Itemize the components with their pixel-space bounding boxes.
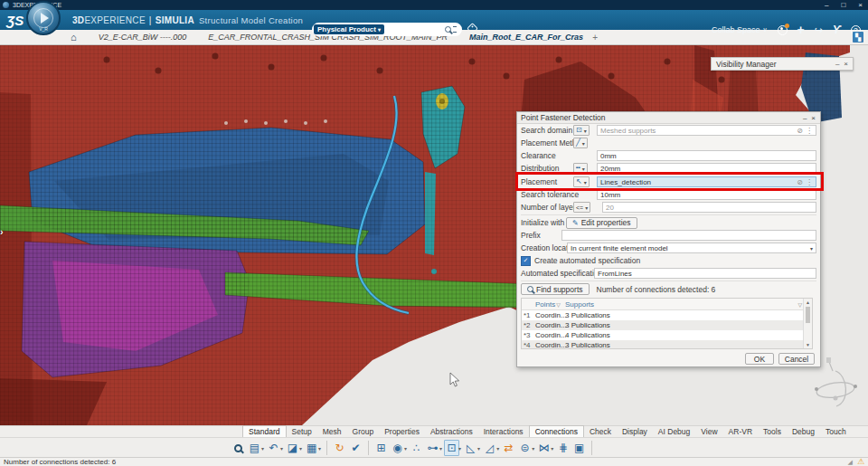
distribution-type-dropdown[interactable]: ╍▾ bbox=[573, 163, 588, 174]
frame-icon[interactable]: ⊞ bbox=[373, 440, 389, 456]
tab-connections[interactable]: Connections bbox=[529, 425, 584, 437]
chevron-down-icon[interactable]: ▾ bbox=[439, 445, 442, 452]
layers-field[interactable]: 20 bbox=[602, 202, 816, 213]
dassault-logo[interactable]: ƷS bbox=[6, 13, 24, 28]
prefix-field[interactable] bbox=[561, 230, 816, 241]
catalogue-icon[interactable]: ▤ bbox=[247, 440, 262, 456]
supports-column-header[interactable]: Supports bbox=[565, 300, 797, 309]
point-fastener-detection-icon[interactable]: ⊡ bbox=[444, 440, 459, 456]
tab-debug[interactable]: Debug bbox=[787, 426, 820, 437]
grid-list-icon[interactable]: ▦ bbox=[304, 440, 319, 456]
tab-setup[interactable]: Setup bbox=[287, 426, 317, 437]
probe-icon[interactable]: ◉ bbox=[390, 440, 405, 456]
edit-properties-button[interactable]: ✎Edit properties bbox=[566, 217, 637, 229]
minimize-icon[interactable]: – bbox=[825, 1, 828, 9]
new-tab-button[interactable]: + bbox=[592, 33, 598, 43]
minimize-icon[interactable]: – bbox=[803, 114, 807, 122]
tab-ar-vr[interactable]: AR-VR bbox=[723, 426, 758, 437]
clear-icon[interactable]: ⊘ bbox=[797, 178, 803, 186]
scroll-down-icon[interactable]: ▼ bbox=[806, 342, 810, 347]
placement-select-dropdown[interactable]: ↖▾ bbox=[573, 176, 590, 187]
auto-spec-name-field[interactable]: FromLines bbox=[594, 268, 816, 279]
share-icon[interactable]: ↪ bbox=[815, 24, 823, 36]
layers-operator-dropdown[interactable]: <=▾ bbox=[573, 202, 590, 213]
rivet-icon[interactable]: ⊜ bbox=[517, 440, 533, 456]
distribution-field[interactable]: 20mm bbox=[597, 163, 816, 174]
fullscreen-icon[interactable]: ▚ bbox=[853, 32, 863, 43]
chevron-down-icon[interactable]: ▾ bbox=[458, 445, 461, 452]
file-tab-active[interactable]: Main_Root_E_CAR_For_Cras bbox=[469, 33, 583, 42]
chevron-down-icon[interactable]: ▾ bbox=[404, 445, 407, 452]
connections-table[interactable]: Points▽ Supports ▽ *1 Coordin... 3 Publi… bbox=[521, 298, 813, 349]
warning-icon[interactable]: ⚠ bbox=[857, 458, 864, 466]
placement-method-dropdown[interactable]: ╱▾ bbox=[573, 138, 588, 148]
tab-tools[interactable]: Tools bbox=[758, 426, 787, 437]
panel-expander-chevron-icon[interactable]: › bbox=[0, 226, 4, 237]
tab-abstractions[interactable]: Abstractions bbox=[425, 426, 478, 437]
tab-interactions[interactable]: Interactions bbox=[478, 426, 529, 437]
home-icon[interactable]: ⌂ bbox=[71, 33, 77, 43]
scroll-up-icon[interactable]: ▲ bbox=[806, 300, 810, 305]
file-tab-1[interactable]: V2_E-CAR_BiW ----.000 bbox=[99, 33, 187, 42]
find-supports-button[interactable]: Find supports bbox=[521, 283, 590, 295]
tab-properties[interactable]: Properties bbox=[379, 426, 425, 437]
tab-check[interactable]: Check bbox=[584, 426, 617, 437]
more-options-icon[interactable]: ⋮ bbox=[806, 127, 813, 135]
chevron-down-icon[interactable]: ▾ bbox=[496, 445, 499, 452]
zoom-icon[interactable] bbox=[231, 440, 246, 456]
solid-box-icon[interactable]: ▣ bbox=[571, 440, 587, 456]
coupling-icon[interactable]: ⋕ bbox=[555, 440, 571, 456]
clearance-field[interactable]: 0mm bbox=[597, 150, 816, 161]
filter-icon[interactable]: ▽ bbox=[797, 301, 802, 308]
table-scrollbar[interactable]: ▲ ▼ bbox=[803, 299, 812, 348]
link-icon[interactable]: ⊶ bbox=[425, 440, 440, 456]
selection-filter-icon[interactable]: ◪ bbox=[285, 440, 300, 456]
chevron-down-icon[interactable]: ▾ bbox=[551, 445, 553, 452]
close-icon[interactable]: × bbox=[844, 60, 848, 68]
tab-touch[interactable]: Touch bbox=[820, 426, 852, 437]
3ds-play-icon[interactable]: ϒ bbox=[833, 24, 841, 36]
more-options-icon[interactable]: ⋮ bbox=[806, 178, 813, 186]
visibility-manager-panel[interactable]: Visibility Manager – × bbox=[711, 57, 854, 71]
search-scope-dropdown[interactable]: Physical Product ▾ bbox=[314, 24, 384, 34]
user-avatar[interactable] bbox=[778, 25, 788, 35]
tab-group[interactable]: Group bbox=[347, 426, 380, 437]
scrollbar-thumb[interactable] bbox=[806, 307, 810, 323]
tab-ai-debug[interactable]: AI Debug bbox=[653, 426, 695, 437]
chevron-down-icon[interactable]: ▾ bbox=[318, 445, 321, 452]
add-content-icon[interactable]: + bbox=[797, 23, 805, 37]
tab-display[interactable]: Display bbox=[617, 426, 653, 437]
ok-button[interactable]: OK bbox=[745, 353, 774, 365]
collab-space-dropdown[interactable]: Collab Space ∨ bbox=[712, 25, 768, 34]
tab-standard[interactable]: Standard bbox=[242, 425, 287, 437]
model-viewport[interactable]: › Visibility Manager – × Point Fastener … bbox=[0, 45, 868, 425]
close-icon[interactable]: × bbox=[811, 114, 816, 122]
fastener-points-icon[interactable]: ∴ bbox=[409, 440, 424, 456]
placement-field[interactable]: Lines_detection ⊘⋮ bbox=[597, 176, 816, 187]
table-row[interactable]: *1 Coordin... 3 Publications bbox=[522, 310, 812, 320]
search-icon[interactable] bbox=[445, 26, 451, 33]
clear-icon[interactable]: ⊘ bbox=[797, 127, 803, 135]
undo-icon[interactable]: ↶ bbox=[266, 440, 281, 456]
table-row[interactable]: *4 Coordin... 3 Publications bbox=[522, 340, 812, 349]
chevron-down-icon[interactable]: ▾ bbox=[280, 445, 283, 452]
tab-mesh[interactable]: Mesh bbox=[317, 426, 347, 437]
cancel-button[interactable]: Cancel bbox=[778, 353, 815, 365]
chevron-down-icon[interactable]: ▾ bbox=[532, 445, 534, 452]
table-row[interactable]: *2 Coordin... 3 Publications bbox=[522, 320, 812, 330]
surface-weld-icon[interactable]: ◿ bbox=[482, 440, 497, 456]
search-tolerance-field[interactable]: 10mm bbox=[597, 189, 816, 200]
creation-location-select[interactable]: In current finite element model ▾ bbox=[567, 243, 816, 253]
table-row[interactable]: *3 Coordin... 4 Publications bbox=[522, 330, 812, 340]
close-icon[interactable]: × bbox=[858, 1, 863, 9]
points-column-header[interactable]: Points bbox=[535, 300, 555, 309]
filter-icon[interactable]: ▽ bbox=[556, 302, 561, 308]
3d-compass-widget[interactable]: V_R bbox=[26, 1, 61, 35]
seam-weld-icon[interactable]: ◺ bbox=[463, 440, 478, 456]
swap-icon[interactable]: ⇄ bbox=[501, 440, 516, 456]
chevron-down-icon[interactable]: ▾ bbox=[477, 445, 480, 452]
chevron-down-icon[interactable]: ▾ bbox=[261, 445, 264, 452]
dialog-titlebar[interactable]: Point Fastener Detection – × bbox=[517, 112, 820, 124]
search-domain-type-dropdown[interactable]: ⊡▾ bbox=[573, 125, 590, 136]
maximize-icon[interactable]: □ bbox=[841, 1, 845, 9]
